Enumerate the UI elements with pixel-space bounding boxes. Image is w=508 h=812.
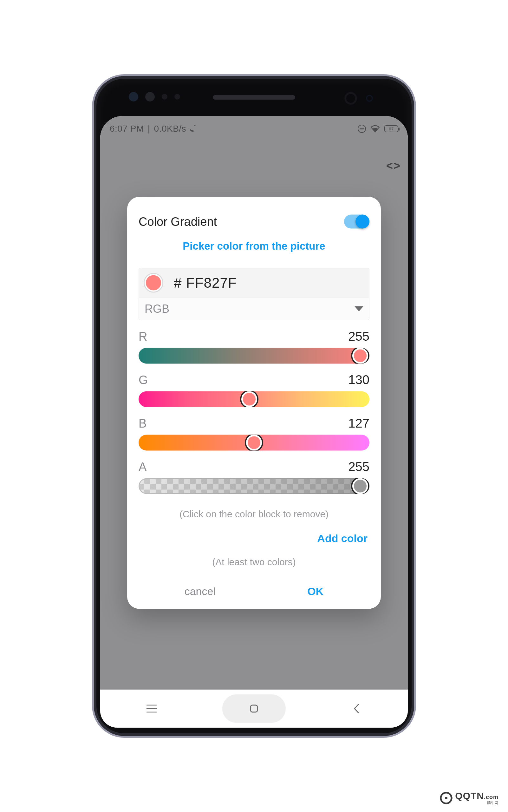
channel-g-value: 130 xyxy=(348,373,370,387)
watermark-subtext: 腾牛网 xyxy=(455,800,499,806)
nav-recents-button[interactable] xyxy=(120,694,183,723)
channel-r-slider[interactable] xyxy=(138,348,370,364)
phone-sensors-left xyxy=(129,92,180,102)
channel-a-value: 255 xyxy=(348,459,370,474)
hint-remove: (Click on the color block to remove) xyxy=(138,509,370,520)
nav-home-button[interactable] xyxy=(222,694,286,723)
channel-r-value: 255 xyxy=(348,329,370,343)
color-mode-select[interactable]: RGB xyxy=(138,298,370,320)
phone-screen: 6:07 PM | 0.0KB/s < > xyxy=(100,116,408,728)
dialog-title: Color Gradient xyxy=(138,215,217,229)
gradient-toggle-switch[interactable] xyxy=(344,215,370,229)
channel-g-thumb[interactable] xyxy=(241,392,257,407)
channel-b: B 127 xyxy=(138,416,370,451)
svg-rect-3 xyxy=(251,705,257,712)
channel-a-thumb[interactable] xyxy=(352,478,368,494)
picker-from-picture-link[interactable]: Picker color from the picture xyxy=(138,240,370,252)
hint-min-colors: (At least two colors) xyxy=(138,557,370,567)
channel-g-label: G xyxy=(138,373,148,387)
color-swatch[interactable] xyxy=(144,274,162,292)
channel-r-thumb[interactable] xyxy=(352,348,368,364)
current-color-row: # FF827F xyxy=(138,268,370,298)
nav-back-button[interactable] xyxy=(325,694,388,723)
channel-g-slider[interactable] xyxy=(138,392,370,407)
watermark-logo-icon xyxy=(440,792,453,804)
system-nav-bar xyxy=(100,690,408,728)
phone-frame: 6:07 PM | 0.0KB/s < > xyxy=(94,76,414,736)
color-gradient-dialog: Color Gradient Picker color from the pic… xyxy=(127,197,381,609)
watermark-suffix: .com xyxy=(484,794,499,800)
color-mode-label: RGB xyxy=(144,302,169,316)
add-color-button[interactable]: Add color xyxy=(140,532,368,544)
channel-a: A 255 xyxy=(138,459,370,494)
svg-point-5 xyxy=(445,797,448,799)
phone-sensors-right xyxy=(344,92,373,105)
watermark-text: QQTN xyxy=(455,790,484,801)
phone-earpiece xyxy=(213,95,295,99)
channel-g: G 130 xyxy=(138,373,370,407)
cancel-button[interactable]: cancel xyxy=(178,581,222,601)
channel-b-value: 127 xyxy=(348,416,370,431)
ok-button[interactable]: OK xyxy=(301,581,330,601)
hex-value[interactable]: # FF827F xyxy=(174,275,237,291)
channel-a-slider[interactable] xyxy=(138,478,370,494)
channel-r-label: R xyxy=(138,330,147,343)
channel-r: R 255 xyxy=(138,329,370,364)
chevron-down-icon xyxy=(354,307,364,312)
channel-b-thumb[interactable] xyxy=(246,435,262,451)
channel-b-label: B xyxy=(138,417,146,431)
site-watermark: QQTN.com 腾牛网 xyxy=(440,790,499,806)
channel-a-label: A xyxy=(138,460,146,474)
channel-b-slider[interactable] xyxy=(138,435,370,451)
